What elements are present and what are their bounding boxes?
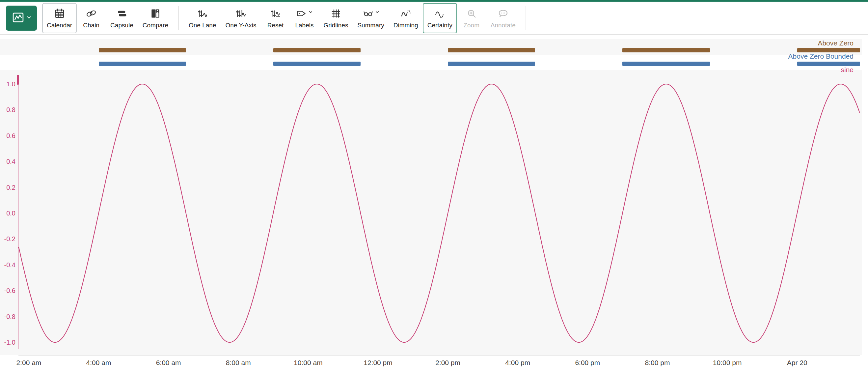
- x-axis-tick-label: 6:00 am: [141, 359, 196, 367]
- toolbar-button-zoom[interactable]: Zoom: [457, 3, 486, 33]
- trend-plot-area[interactable]: Above Zero Above Zero Bounded sine 1.00.…: [0, 35, 868, 371]
- chevron-down-icon: [26, 15, 32, 21]
- toolbar-button-summary[interactable]: Summary: [353, 3, 389, 33]
- chevron-down-icon: [375, 9, 380, 15]
- toolbar-button-compare[interactable]: Compare: [138, 3, 173, 33]
- one-y-axis-icon: [235, 7, 247, 20]
- calendar-icon: [54, 7, 65, 20]
- legend-above-zero[interactable]: Above Zero: [817, 39, 854, 47]
- x-axis-tick-label: 10:00 pm: [700, 359, 755, 367]
- trend-chart-icon: [11, 10, 25, 25]
- toolbar-button-capsule[interactable]: Capsule: [106, 3, 138, 33]
- one-lane-icon: [196, 7, 209, 20]
- labels-icon: [296, 7, 313, 20]
- toolbar-button-one-lane[interactable]: One Lane: [184, 3, 221, 33]
- y-axis-tick-label: 0.2: [0, 183, 16, 192]
- dimming-icon: [400, 7, 412, 20]
- toolbar-button-certainty[interactable]: Certainty: [423, 3, 457, 33]
- x-axis-tick-label: 4:00 pm: [490, 359, 546, 367]
- zoom-icon: [466, 7, 477, 20]
- y-axis-tick-label: -0.8: [0, 313, 16, 321]
- certainty-icon: [434, 7, 446, 20]
- y-axis-handle[interactable]: [17, 75, 19, 85]
- x-axis-tick-label: 12:00 pm: [350, 359, 406, 367]
- y-axis-tick-label: -0.4: [0, 261, 16, 269]
- annotate-icon: [497, 7, 509, 20]
- x-axis-tick-label: 10:00 am: [280, 359, 336, 367]
- x-axis-tick-label: 2:00 am: [1, 359, 57, 367]
- chain-icon: [85, 7, 97, 20]
- compare-icon: [150, 7, 161, 20]
- toolbar-button-labels[interactable]: Labels: [290, 3, 319, 33]
- sine-curve: [0, 35, 868, 371]
- legend-above-zero-bounded[interactable]: Above Zero Bounded: [788, 52, 854, 60]
- chevron-down-icon: [308, 9, 313, 15]
- summary-icon: [362, 7, 380, 20]
- y-axis-tick-label: 0.0: [0, 209, 16, 217]
- x-axis-tick-label: 6:00 pm: [559, 359, 615, 367]
- x-axis-tick-label: 4:00 am: [71, 359, 127, 367]
- toolbar-separator: [178, 6, 179, 30]
- trend-view-dropdown-button[interactable]: [6, 6, 37, 31]
- toolbar-button-dimming[interactable]: Dimming: [389, 3, 423, 33]
- toolbar-button-reset[interactable]: Reset: [261, 3, 290, 33]
- toolbar-button-calendar[interactable]: Calendar: [42, 3, 77, 33]
- toolbar-separator: [526, 6, 526, 30]
- toolbar-button-one-y-axis[interactable]: One Y-Axis: [221, 3, 261, 33]
- y-axis-tick-label: 0.4: [0, 158, 16, 165]
- y-axis-tick-label: -1.0: [0, 338, 16, 346]
- y-axis-tick-label: -0.6: [0, 287, 16, 294]
- x-axis-tick-label: 8:00 am: [210, 359, 267, 367]
- legend-sine[interactable]: sine: [841, 66, 854, 74]
- x-axis-tick-label: Apr 20: [769, 359, 825, 367]
- x-axis-line: [19, 355, 860, 355]
- toolbar-button-chain[interactable]: Chain: [77, 3, 106, 33]
- y-axis-line[interactable]: [18, 75, 19, 349]
- capsule-icon: [116, 7, 128, 20]
- toolbar-button-gridlines[interactable]: Gridlines: [319, 3, 353, 33]
- reset-icon: [269, 7, 281, 20]
- x-axis-tick-label: 2:00 pm: [420, 359, 476, 367]
- gridlines-icon: [330, 7, 342, 20]
- toolbar-button-annotate[interactable]: Annotate: [486, 3, 520, 33]
- y-axis-tick-label: -0.2: [0, 235, 16, 243]
- y-axis-tick-label: 0.8: [0, 106, 16, 114]
- y-axis-tick-label: 0.6: [0, 132, 16, 140]
- toolbar: Calendar Chain Capsule Compare: [0, 0, 868, 35]
- x-axis-tick-label: 8:00 pm: [629, 359, 685, 367]
- y-axis-tick-label: 1.0: [0, 80, 16, 88]
